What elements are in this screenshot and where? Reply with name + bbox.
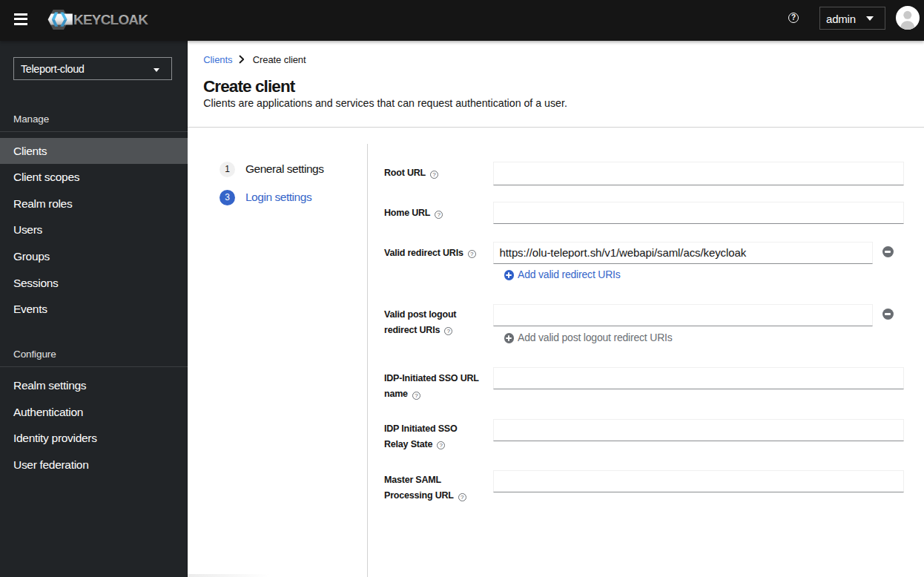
svg-text:KEYCLOAK: KEYCLOAK xyxy=(73,12,148,27)
